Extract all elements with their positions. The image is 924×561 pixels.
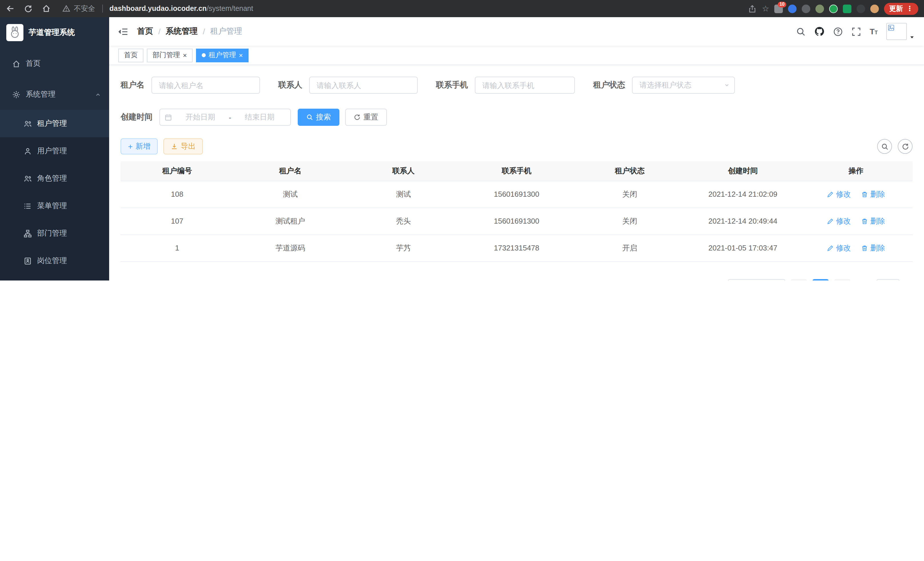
search-icon[interactable] bbox=[796, 27, 806, 36]
tag-dept-management[interactable]: 部门管理 × bbox=[147, 48, 193, 62]
export-button[interactable]: 导出 bbox=[164, 138, 203, 154]
sidebar-item-menu-management[interactable]: 菜单管理 bbox=[0, 192, 109, 220]
tag-tenant-management[interactable]: 租户管理 × bbox=[196, 48, 249, 62]
browser-menu-icon[interactable]: ⋮ bbox=[906, 5, 913, 13]
refresh-table-icon[interactable] bbox=[898, 139, 913, 154]
edit-link[interactable]: 修改 bbox=[827, 243, 851, 253]
close-icon[interactable]: × bbox=[183, 52, 187, 59]
delete-link[interactable]: 删除 bbox=[861, 189, 885, 199]
app-title: 芋道管理系统 bbox=[28, 27, 75, 38]
browser-reload-button[interactable] bbox=[24, 4, 33, 13]
tenant-table: 租户编号 租户名 联系人 联系手机 租户状态 创建时间 操作 108 测试 bbox=[121, 161, 913, 262]
contact-label: 联系人 bbox=[278, 80, 302, 90]
tenant-name-label: 租户名 bbox=[121, 80, 145, 90]
sidebar-fold-icon[interactable] bbox=[118, 27, 128, 36]
table-row: 107 测试租户 秃头 15601691300 关闭 2021-12-14 20… bbox=[121, 208, 913, 235]
extension-icon-dark[interactable] bbox=[856, 4, 865, 13]
extension-icon-shield[interactable] bbox=[788, 4, 796, 13]
search-button[interactable]: 搜索 bbox=[298, 109, 339, 126]
system-submenu: 租户管理 用户管理 角色管理 菜单管理 部门管理 bbox=[0, 110, 109, 281]
sidebar-logo[interactable]: 芋道管理系统 bbox=[0, 17, 109, 48]
share-icon[interactable] bbox=[748, 4, 757, 13]
goto-page-input[interactable] bbox=[877, 279, 899, 281]
filter-form-row-2: 创建时间 开始日期 - 结束日期 搜索 重置 bbox=[121, 109, 913, 126]
col-tenant-name: 租户名 bbox=[234, 161, 347, 181]
contact-input[interactable] bbox=[309, 77, 418, 94]
reset-button[interactable]: 重置 bbox=[345, 109, 387, 126]
security-label: 不安全 bbox=[74, 4, 95, 14]
sidebar-item-tenant-management[interactable]: 租户管理 bbox=[0, 110, 109, 137]
browser-update-button[interactable]: 更新 ⋮ bbox=[884, 3, 918, 15]
url-host: dashboard.yudao.iocoder.cn bbox=[110, 5, 207, 13]
filter-form-row-1: 租户名 联系人 联系手机 租户状态 请选择租户状态 bbox=[121, 77, 913, 94]
fullscreen-icon[interactable] bbox=[851, 27, 861, 36]
tag-home[interactable]: 首页 bbox=[118, 48, 143, 62]
status-value: 关闭 bbox=[573, 208, 686, 235]
tenant-name-input[interactable] bbox=[152, 77, 260, 94]
extension-icon-grid[interactable]: 10 bbox=[774, 4, 783, 13]
col-contact: 联系人 bbox=[347, 161, 460, 181]
refresh-icon bbox=[354, 114, 361, 121]
sidebar-item-post-management[interactable]: 岗位管理 bbox=[0, 247, 109, 274]
logo-avatar bbox=[6, 24, 23, 41]
delete-link[interactable]: 删除 bbox=[861, 216, 885, 226]
close-icon[interactable]: × bbox=[239, 52, 243, 59]
active-dot bbox=[202, 53, 206, 57]
warning-triangle-icon bbox=[62, 5, 70, 13]
delete-link[interactable]: 删除 bbox=[861, 243, 885, 253]
browser-chrome: 不安全 dashboard.yudao.iocoder.cn/system/te… bbox=[0, 0, 924, 17]
extension-icon-green-square[interactable] bbox=[843, 4, 851, 13]
trash-icon bbox=[861, 244, 868, 251]
edit-link[interactable]: 修改 bbox=[827, 216, 851, 226]
extension-icon-profile[interactable] bbox=[870, 4, 879, 13]
create-time-label: 创建时间 bbox=[121, 112, 153, 122]
sidebar-item-dept-management[interactable]: 部门管理 bbox=[0, 220, 109, 247]
chevron-up-icon bbox=[95, 91, 101, 98]
extension-icon-olive[interactable] bbox=[815, 4, 824, 13]
date-range-picker[interactable]: 开始日期 - 结束日期 bbox=[159, 109, 291, 126]
prev-page-button[interactable] bbox=[791, 279, 807, 281]
github-icon[interactable] bbox=[814, 26, 825, 37]
font-size-icon[interactable]: TT bbox=[870, 27, 878, 36]
divider bbox=[102, 5, 103, 13]
breadcrumb-home[interactable]: 首页 bbox=[137, 26, 153, 37]
status-value: 开启 bbox=[573, 235, 686, 261]
toggle-search-icon[interactable] bbox=[877, 139, 892, 154]
user-icon bbox=[23, 147, 32, 155]
pencil-icon bbox=[827, 244, 834, 251]
help-icon[interactable] bbox=[833, 27, 843, 36]
add-button[interactable]: + 新增 bbox=[121, 138, 158, 154]
status-label: 租户状态 bbox=[593, 80, 625, 90]
mobile-input[interactable] bbox=[475, 77, 575, 94]
page-number-1[interactable]: 1 bbox=[813, 279, 829, 281]
sidebar-item-user-management[interactable]: 用户管理 bbox=[0, 137, 109, 165]
browser-back-button[interactable] bbox=[6, 4, 15, 13]
extension-icon-green-circle[interactable] bbox=[829, 4, 838, 13]
extension-badge: 10 bbox=[778, 2, 786, 7]
sidebar-item-role-management[interactable]: 角色管理 bbox=[0, 165, 109, 192]
status-select[interactable]: 请选择租户状态 bbox=[632, 77, 735, 94]
date-separator: - bbox=[229, 113, 231, 122]
users-icon bbox=[23, 119, 32, 128]
avatar-image-placeholder bbox=[886, 23, 907, 40]
site-security-indicator[interactable]: 不安全 bbox=[62, 4, 95, 14]
next-page-button[interactable] bbox=[834, 279, 850, 281]
id-badge-icon bbox=[23, 256, 32, 265]
bookmark-star-icon[interactable]: ☆ bbox=[762, 4, 769, 13]
list-icon bbox=[23, 202, 32, 210]
col-created: 创建时间 bbox=[686, 161, 800, 181]
browser-home-button[interactable] bbox=[42, 4, 51, 13]
edit-link[interactable]: 修改 bbox=[827, 189, 851, 199]
page-size-select[interactable]: 10条/页 bbox=[728, 279, 785, 281]
sidebar: 芋道管理系统 首页 系统管理 租户管理 用户管理 bbox=[0, 17, 109, 281]
sidebar-item-system-management[interactable]: 系统管理 bbox=[0, 79, 109, 110]
address-bar[interactable]: dashboard.yudao.iocoder.cn/system/tenant bbox=[110, 5, 253, 13]
sidebar-item-dict-management[interactable]: 字典管理 bbox=[0, 274, 109, 281]
extension-icon-globe[interactable] bbox=[802, 4, 810, 13]
sidebar-item-home[interactable]: 首页 bbox=[0, 48, 109, 79]
breadcrumb-system[interactable]: 系统管理 bbox=[166, 26, 198, 37]
user-avatar[interactable] bbox=[886, 23, 915, 40]
date-start-placeholder: 开始日期 bbox=[174, 112, 226, 122]
org-tree-icon bbox=[23, 229, 32, 238]
col-mobile: 联系手机 bbox=[460, 161, 573, 181]
